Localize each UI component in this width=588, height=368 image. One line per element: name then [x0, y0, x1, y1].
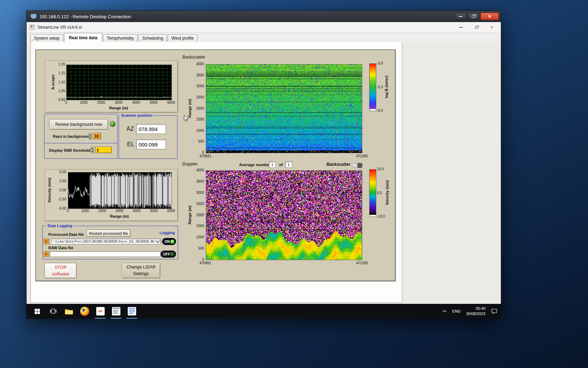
- task-view-button[interactable]: [45, 304, 61, 319]
- tick-label: 0.00: [59, 188, 66, 192]
- stop-button-line2: software: [52, 271, 69, 278]
- tab-strip: System setup Real time data Temp/humidit…: [27, 33, 501, 42]
- tab-temp-humidity[interactable]: Temp/humidity: [103, 34, 138, 42]
- show-hidden-icons-button[interactable]: [442, 310, 447, 313]
- ascope-y-ticks: 1.201.151.101.050.99: [54, 62, 65, 102]
- scanner-position-group: Scanner position AZ 078.994 EL 000.099: [119, 115, 177, 159]
- app-close-button[interactable]: ✕: [489, 25, 495, 30]
- windows-logo-icon: [35, 309, 40, 314]
- renew-background-button[interactable]: Renew background now: [49, 119, 108, 130]
- clock-date: 30/08/2023: [466, 311, 485, 316]
- language-indicator[interactable]: ENG: [452, 309, 461, 313]
- tick-label: 1.15: [58, 71, 65, 75]
- scan-schedule-app-button[interactable]: [108, 304, 124, 319]
- tick-label: 1.05: [58, 89, 65, 93]
- average-number-label: Average number: [239, 163, 271, 167]
- stop-software-button[interactable]: STOP software: [44, 263, 77, 278]
- rays-in-background-label: Rays in background: [53, 134, 90, 138]
- app-minimize-button[interactable]: [458, 25, 464, 30]
- spin-down-icon: [91, 150, 94, 154]
- doppler-y-ticks: 40003500300025002000150010005000: [192, 168, 204, 262]
- velocity-x-ticks: 0100020003000400050006000: [63, 209, 176, 213]
- average-count-field[interactable]: 1: [285, 162, 292, 168]
- tick-label: 1000: [196, 235, 204, 239]
- logging-on-toggle[interactable]: ON: [162, 238, 176, 245]
- tick-label: 2000: [96, 101, 106, 104]
- doppler-x-bounds: 470891 471390: [200, 261, 368, 265]
- app-titlebar[interactable]: StreamLine XR v14-6.vi: [27, 22, 501, 33]
- raw-logging-off-led: [170, 252, 175, 257]
- group-divider: [44, 143, 118, 143]
- backscatter-colorbar: [369, 63, 376, 111]
- backscatter-toggle-label: Backscatter: [327, 162, 350, 167]
- task-view-icon: [50, 309, 56, 314]
- folder-icon: [65, 308, 73, 315]
- tick-label: -8.0: [377, 109, 383, 113]
- doppler-colorbar-ticks: 10.00.0-10.0: [377, 167, 385, 218]
- tick-label: 2500: [196, 202, 204, 206]
- spin-up-icon: [91, 146, 94, 150]
- taskbar-left: XR: [29, 304, 140, 319]
- snr-spinner[interactable]: [91, 146, 94, 153]
- backscatter-colorbar-label: log B (/m/sr): [384, 63, 389, 110]
- close-icon: ✕: [490, 25, 493, 30]
- tick-label: 5.00: [59, 170, 66, 174]
- tick-label: 3000: [114, 101, 124, 104]
- rdp-window-title: 192.168.0.122 - Remote Desktop Connectio…: [40, 14, 131, 19]
- restart-processed-file-button[interactable]: Restart processed file: [86, 230, 131, 237]
- raw-path-drive-button[interactable]: C: [43, 251, 49, 257]
- doppler-colorbar: [369, 169, 376, 217]
- background-controls-group: Renew background now Rays in background …: [44, 114, 118, 159]
- logging-label: Logging: [160, 231, 175, 235]
- processed-data-file-label: Processed Data file: [48, 232, 84, 237]
- rays-value-input[interactable]: 10: [93, 133, 101, 139]
- tick-label: -5.5: [377, 85, 383, 89]
- rdp-icon: [31, 14, 36, 19]
- raw-logging-off-toggle[interactable]: OFF: [161, 251, 176, 258]
- app-client-area: A-scope 1.201.151.101.050.99 01000200030…: [27, 42, 501, 304]
- tick-label: 1000: [80, 209, 90, 213]
- average-number-input[interactable]: 1: [269, 162, 276, 168]
- lidar-front-panel: A-scope 1.201.151.101.050.99 01000200030…: [35, 49, 396, 281]
- snr-value-input[interactable]: 1: [95, 146, 112, 153]
- velocity-graph: Velocity (m/s) 5.002.500.00-2.50-5.00 01…: [45, 169, 178, 221]
- change-lidar-settings-button[interactable]: Change LiDAR Settings: [122, 263, 160, 278]
- az-label: AZ: [126, 125, 134, 132]
- streamline-app-button[interactable]: XR: [92, 304, 108, 319]
- backscatter-x-bounds: 470891 471390: [200, 154, 368, 158]
- scan-schedule-icon: [112, 307, 120, 315]
- rays-spinner[interactable]: [89, 133, 92, 139]
- spin-down-icon: [89, 136, 92, 140]
- firefox-button[interactable]: [77, 304, 92, 319]
- notes-app-button[interactable]: [124, 304, 140, 319]
- minimize-icon: [459, 16, 462, 17]
- velocity-y-ticks: 5.002.500.00-2.50-5.00: [51, 170, 66, 211]
- tab-wind-profile[interactable]: Wind profile: [168, 34, 197, 42]
- taskbar-clock[interactable]: 00:40 30/08/2023: [466, 306, 485, 316]
- backscatter-display-toggle[interactable]: [352, 163, 362, 168]
- rdp-titlebar[interactable]: 192.168.0.122 - Remote Desktop Connectio…: [27, 11, 501, 22]
- processed-path-field[interactable]: C:\Lidar\Data\Proc\2023\202308\20230830\…: [50, 239, 161, 244]
- action-center-button[interactable]: [491, 308, 497, 314]
- rdp-close-button[interactable]: ✕: [481, 13, 499, 20]
- processed-path-drive-button[interactable]: C: [43, 239, 49, 244]
- tick-label: 1000: [196, 128, 204, 133]
- rdp-restore-button[interactable]: [467, 13, 479, 20]
- firefox-icon: [80, 307, 89, 316]
- el-value-field[interactable]: 000.099: [136, 139, 166, 149]
- raw-path-field[interactable]: [50, 251, 161, 257]
- app-restore-button[interactable]: [474, 25, 479, 30]
- start-button[interactable]: [29, 304, 45, 319]
- file-explorer-button[interactable]: [61, 304, 77, 319]
- az-value-field[interactable]: 078.994: [136, 124, 166, 134]
- notes-app-icon: [128, 307, 136, 315]
- of-label: of: [279, 163, 283, 167]
- doppler-x-end: 471390: [356, 261, 368, 265]
- tab-scheduling[interactable]: Scheduling: [138, 34, 167, 42]
- tick-label: 10.0: [377, 167, 385, 171]
- tab-real-time-data[interactable]: Real time data: [64, 33, 102, 42]
- labview-vi-icon: [29, 25, 35, 30]
- tick-label: 2000: [196, 213, 204, 217]
- rdp-minimize-button[interactable]: [455, 13, 467, 20]
- tab-system-setup[interactable]: System setup: [30, 34, 63, 42]
